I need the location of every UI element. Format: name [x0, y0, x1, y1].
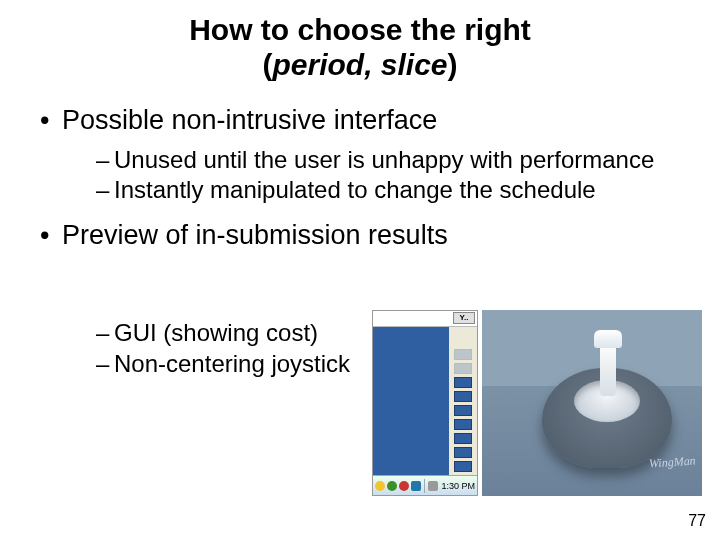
title-word-slice: slice [381, 48, 448, 81]
bullet-1-sub-1: –Unused until the user is unhappy with p… [96, 146, 710, 174]
title-line-2: (period, slice) [10, 47, 710, 82]
slide-title: How to choose the right (period, slice) [10, 12, 710, 83]
gui-screenshot: Y.. $50 [372, 310, 478, 496]
meter-bar [454, 391, 472, 402]
tray-app-icon [375, 481, 385, 491]
meter-bar [454, 405, 472, 416]
bullet-2-text: Preview of in-submission results [62, 220, 448, 250]
bullet-2-sub-2: –Non-centering joystick [96, 349, 366, 380]
slide: How to choose the right (period, slice) … [0, 0, 720, 540]
bullet-2-sub-2-text: Non-centering joystick [114, 350, 350, 377]
paren-open: ( [262, 48, 272, 81]
tray-separator-icon [424, 479, 425, 493]
y-button-icon: Y.. [453, 312, 475, 324]
dash-icon: – [96, 176, 114, 204]
meter-bar [454, 447, 472, 458]
tray-app-icon [387, 481, 397, 491]
meter-bar [454, 349, 472, 360]
gui-main-panel [373, 327, 451, 475]
title-line-1: How to choose the right [10, 12, 710, 47]
image-group: Y.. $50 [372, 310, 702, 496]
tray-app-icon [399, 481, 409, 491]
bullet-2-sub-1: –GUI (showing cost) [96, 318, 366, 349]
bullet-2-sub-list: –GUI (showing cost) –Non-centering joyst… [96, 318, 366, 379]
clock: 1:30 PM [441, 481, 475, 491]
bullet-1-sub-2-text: Instantly manipulated to change the sche… [114, 176, 596, 203]
taskbar: 1:30 PM [373, 475, 477, 495]
bullet-1-sub-2: –Instantly manipulated to change the sch… [96, 176, 710, 204]
joystick-shaft [600, 340, 616, 396]
joystick-cap [594, 330, 622, 348]
title-word-period: period [272, 48, 364, 81]
tray-status-icon [428, 481, 438, 491]
meter-bar [454, 461, 472, 472]
gui-bar-meter [449, 327, 477, 475]
paren-close: ) [448, 48, 458, 81]
system-tray: 1:30 PM [424, 479, 475, 493]
page-number: 77 [688, 512, 706, 530]
meter-bar [454, 363, 472, 374]
bullet-dot-icon: • [40, 220, 62, 251]
bullet-dot-icon: • [40, 105, 62, 136]
bullet-1-sub-1-text: Unused until the user is unhappy with pe… [114, 146, 654, 173]
dash-icon: – [96, 146, 114, 174]
meter-bar [454, 419, 472, 430]
meter-bar [454, 377, 472, 388]
joystick-photo: WingMan [482, 310, 702, 496]
meter-bar [454, 433, 472, 444]
bullet-list: •Possible non-intrusive interface –Unuse… [40, 105, 710, 252]
title-sep: , [364, 48, 381, 81]
bullet-1: •Possible non-intrusive interface [40, 105, 710, 136]
gui-titlebar: Y.. [373, 311, 477, 327]
tray-app-icon [411, 481, 421, 491]
bullet-2: •Preview of in-submission results [40, 220, 710, 251]
bullet-1-text: Possible non-intrusive interface [62, 105, 437, 135]
dash-icon: – [96, 318, 114, 349]
dash-icon: – [96, 349, 114, 380]
bullet-2-sub-1-text: GUI (showing cost) [114, 319, 318, 346]
